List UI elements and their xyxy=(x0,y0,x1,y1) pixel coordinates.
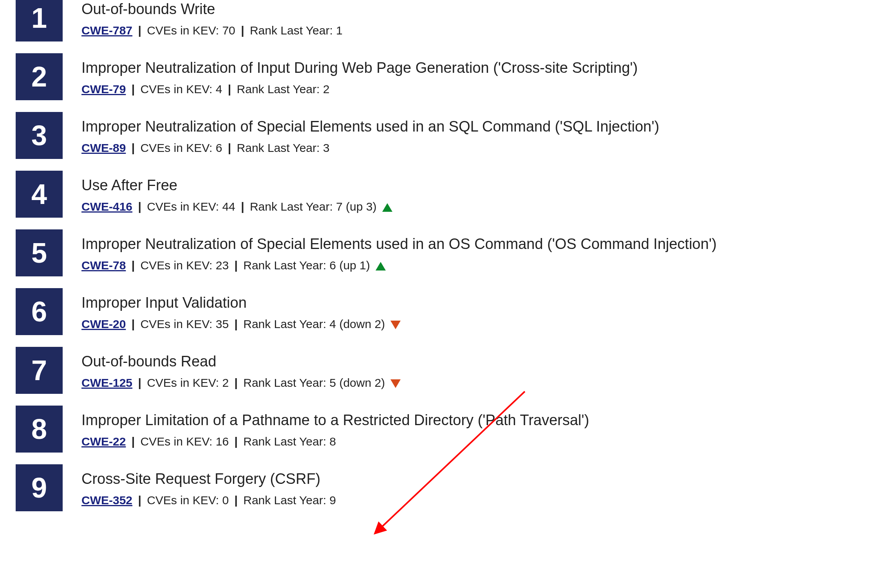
separator: | xyxy=(129,317,137,330)
separator: | xyxy=(136,494,143,507)
cwe-link[interactable]: CWE-125 xyxy=(81,376,132,389)
weakness-meta: CWE-125 | CVEs in KEV: 2 | Rank Last Yea… xyxy=(81,375,873,390)
separator: | xyxy=(239,24,246,37)
separator: | xyxy=(232,317,240,330)
separator: | xyxy=(129,83,137,96)
rank-badge: 8 xyxy=(16,406,63,453)
weakness-title: Improper Input Validation xyxy=(81,294,873,312)
rank-badge: 6 xyxy=(16,288,63,335)
separator: | xyxy=(226,83,233,96)
rank-last-year: Rank Last Year: 7 (up 3) xyxy=(250,200,377,213)
weakness-title: Use After Free xyxy=(81,176,873,195)
list-item-body: Out-of-bounds Write CWE-787 | CVEs in KE… xyxy=(81,0,873,38)
weakness-meta: CWE-352 | CVEs in KEV: 0 | Rank Last Yea… xyxy=(81,492,873,508)
kev-count: CVEs in KEV: 0 xyxy=(147,494,229,507)
separator: | xyxy=(129,141,137,154)
weakness-title: Improper Neutralization of Special Eleme… xyxy=(81,117,873,136)
separator: | xyxy=(136,200,143,213)
cwe-link[interactable]: CWE-79 xyxy=(81,83,126,96)
kev-count: CVEs in KEV: 2 xyxy=(147,376,229,389)
list-item: 5 Improper Neutralization of Special Ele… xyxy=(16,235,873,276)
list-item-body: Improper Neutralization of Special Eleme… xyxy=(81,117,873,155)
rank-last-year: Rank Last Year: 4 (down 2) xyxy=(243,317,385,330)
rank-last-year: Rank Last Year: 9 xyxy=(243,494,336,507)
cwe-top-list: 1 Out-of-bounds Write CWE-787 | CVEs in … xyxy=(0,0,889,588)
rank-badge: 4 xyxy=(16,171,63,218)
rank-last-year: Rank Last Year: 2 xyxy=(237,83,330,96)
kev-count: CVEs in KEV: 16 xyxy=(140,435,229,448)
list-item-body: Improper Neutralization of Special Eleme… xyxy=(81,235,873,273)
list-item: 4 Use After Free CWE-416 | CVEs in KEV: … xyxy=(16,176,873,218)
rank-last-year: Rank Last Year: 1 xyxy=(250,24,343,37)
rank-badge: 9 xyxy=(16,464,63,511)
weakness-meta: CWE-22 | CVEs in KEV: 16 | Rank Last Yea… xyxy=(81,434,873,449)
list-item-body: Cross-Site Request Forgery (CSRF) CWE-35… xyxy=(81,470,873,508)
separator: | xyxy=(129,435,137,448)
cwe-link[interactable]: CWE-89 xyxy=(81,141,126,154)
separator: | xyxy=(232,494,240,507)
list-item: 6 Improper Input Validation CWE-20 | CVE… xyxy=(16,294,873,335)
weakness-meta: CWE-89 | CVEs in KEV: 6 | Rank Last Year… xyxy=(81,140,873,155)
cwe-link[interactable]: CWE-787 xyxy=(81,24,132,37)
kev-count: CVEs in KEV: 35 xyxy=(140,317,229,330)
kev-count: CVEs in KEV: 44 xyxy=(147,200,235,213)
separator: | xyxy=(232,435,240,448)
separator: | xyxy=(239,200,246,213)
kev-count: CVEs in KEV: 6 xyxy=(140,141,222,154)
weakness-meta: CWE-416 | CVEs in KEV: 44 | Rank Last Ye… xyxy=(81,199,873,214)
cwe-link[interactable]: CWE-416 xyxy=(81,200,132,213)
trend-up-icon xyxy=(376,262,386,271)
list-item: 1 Out-of-bounds Write CWE-787 | CVEs in … xyxy=(16,0,873,41)
cwe-link[interactable]: CWE-352 xyxy=(81,494,132,507)
list-item-body: Improper Input Validation CWE-20 | CVEs … xyxy=(81,294,873,332)
list-item-body: Out-of-bounds Read CWE-125 | CVEs in KEV… xyxy=(81,352,873,390)
list-item: 9 Cross-Site Request Forgery (CSRF) CWE-… xyxy=(16,470,873,511)
cwe-link[interactable]: CWE-78 xyxy=(81,259,126,272)
separator: | xyxy=(226,141,233,154)
rank-badge: 3 xyxy=(16,112,63,159)
weakness-meta: CWE-78 | CVEs in KEV: 23 | Rank Last Yea… xyxy=(81,258,873,273)
rank-badge: 5 xyxy=(16,229,63,276)
separator: | xyxy=(129,259,137,272)
weakness-meta: CWE-787 | CVEs in KEV: 70 | Rank Last Ye… xyxy=(81,23,873,38)
separator: | xyxy=(232,376,240,389)
kev-count: CVEs in KEV: 70 xyxy=(147,24,235,37)
trend-down-icon xyxy=(390,321,401,329)
rank-last-year: Rank Last Year: 8 xyxy=(243,435,336,448)
weakness-meta: CWE-20 | CVEs in KEV: 35 | Rank Last Yea… xyxy=(81,316,873,332)
list-item-body: Improper Limitation of a Pathname to a R… xyxy=(81,411,873,449)
trend-down-icon xyxy=(390,379,401,388)
rank-last-year: Rank Last Year: 6 (up 1) xyxy=(243,259,370,272)
weakness-title: Out-of-bounds Read xyxy=(81,352,873,371)
separator: | xyxy=(232,259,240,272)
rank-last-year: Rank Last Year: 5 (down 2) xyxy=(243,376,385,389)
rank-badge: 1 xyxy=(16,0,63,41)
separator: | xyxy=(136,376,143,389)
weakness-title: Improper Limitation of a Pathname to a R… xyxy=(81,411,873,430)
weakness-title: Improper Neutralization of Input During … xyxy=(81,59,873,78)
weakness-title: Cross-Site Request Forgery (CSRF) xyxy=(81,470,873,489)
separator: | xyxy=(136,24,143,37)
rank-badge: 2 xyxy=(16,53,63,100)
trend-up-icon xyxy=(382,203,392,212)
list-item-body: Improper Neutralization of Input During … xyxy=(81,59,873,97)
kev-count: CVEs in KEV: 4 xyxy=(140,83,222,96)
list-item: 7 Out-of-bounds Read CWE-125 | CVEs in K… xyxy=(16,352,873,394)
rank-badge: 7 xyxy=(16,347,63,394)
kev-count: CVEs in KEV: 23 xyxy=(140,259,229,272)
rank-last-year: Rank Last Year: 3 xyxy=(237,141,330,154)
weakness-title: Out-of-bounds Write xyxy=(81,0,873,19)
list-item: 2 Improper Neutralization of Input Durin… xyxy=(16,59,873,100)
list-item: 8 Improper Limitation of a Pathname to a… xyxy=(16,411,873,453)
weakness-meta: CWE-79 | CVEs in KEV: 4 | Rank Last Year… xyxy=(81,81,873,97)
weakness-title: Improper Neutralization of Special Eleme… xyxy=(81,235,873,254)
cwe-link[interactable]: CWE-20 xyxy=(81,317,126,330)
cwe-link[interactable]: CWE-22 xyxy=(81,435,126,448)
list-item-body: Use After Free CWE-416 | CVEs in KEV: 44… xyxy=(81,176,873,214)
list-item: 3 Improper Neutralization of Special Ele… xyxy=(16,117,873,159)
